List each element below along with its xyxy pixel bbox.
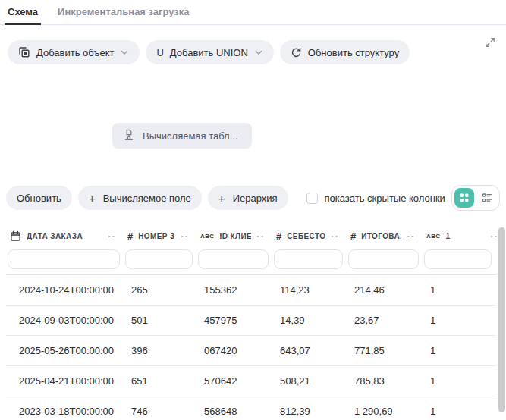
table-cell: 2025-05-26T00:00:00 [6, 336, 124, 365]
column-menu-icon[interactable]: ·· [181, 231, 192, 241]
plus-icon: + [218, 192, 225, 205]
filter-cell [272, 247, 347, 271]
column-filter-input-6[interactable] [424, 249, 492, 269]
table-cell: 457975 [196, 306, 272, 335]
table-cell: 643,07 [272, 336, 347, 365]
table-cell: 785,83 [347, 366, 423, 396]
column-filter-input-2[interactable] [125, 249, 193, 269]
column-filter-input-5[interactable] [348, 249, 419, 269]
filter-cell [347, 247, 423, 271]
add-calculated-field-button[interactable]: + Вычисляемое поле [78, 186, 202, 210]
vertical-scrollbar[interactable] [498, 227, 505, 412]
union-icon: U [156, 47, 163, 58]
chevron-down-icon [120, 48, 129, 57]
table-cell: 114,23 [272, 275, 347, 305]
table-cell: 14,39 [272, 306, 347, 335]
add-calculated-field-label: Вычисляемое поле [103, 193, 191, 204]
table-cell: 1 290,69 [347, 396, 423, 420]
number-type-icon: # [350, 230, 356, 242]
filter-cell [423, 247, 495, 271]
column-menu-icon[interactable]: ·· [108, 231, 119, 241]
table-cell: 568648 [196, 396, 272, 420]
table-cell: 1 [423, 275, 495, 305]
table-cell: 1 [423, 306, 495, 335]
table-cell: 2023-03-18T00:00:00 [6, 396, 124, 420]
table-cell: 1 [423, 396, 495, 420]
plus-icon: + [89, 192, 96, 205]
table-cell: 23,67 [347, 306, 423, 335]
table-filter-row [6, 247, 495, 275]
table-row: 2025-04-21T00:00:00651570642508,21785,83… [6, 366, 495, 396]
add-hierarchy-label: Иерархия [233, 193, 278, 204]
table-cell: 265 [124, 275, 196, 305]
column-label: СЕБЕСТО... [287, 232, 325, 240]
column-header-3[interactable]: ABCID КЛИЕНТА·· [196, 226, 272, 246]
grid-view-button[interactable] [454, 188, 474, 208]
column-label: 1 [446, 232, 451, 240]
preview-toolbar: Обновить + Вычисляемое поле + Иерархия п… [0, 186, 506, 210]
schema-toolbar: Добавить объект U Добавить UNION Обновит… [0, 40, 506, 64]
table-header-row: ДАТА ЗАКАЗА··#НОМЕР ЗА...··ABCID КЛИЕНТА… [6, 226, 506, 246]
table-cell: 771,85 [347, 336, 423, 365]
table-cell: 396 [124, 336, 196, 365]
filter-cell [196, 247, 272, 271]
table-cell: 2025-04-21T00:00:00 [6, 366, 124, 396]
add-object-icon [18, 46, 30, 58]
column-label: ИТОГОВА... [361, 232, 401, 240]
column-menu-icon[interactable]: ·· [256, 231, 268, 241]
column-header-1[interactable]: ДАТА ЗАКАЗА·· [6, 226, 124, 246]
column-label: НОМЕР ЗА... [138, 232, 175, 240]
chevron-down-icon [254, 48, 263, 57]
schema-canvas: Вычисляемая табл... [0, 64, 506, 186]
tab-schema[interactable]: Схема [6, 0, 39, 24]
computed-table-node[interactable]: Вычисляемая табл... [112, 123, 252, 149]
column-filter-input-4[interactable] [274, 249, 343, 269]
data-preview-table: ДАТА ЗАКАЗА··#НОМЕР ЗА...··ABCID КЛИЕНТА… [0, 226, 506, 420]
table-row: 2024-10-24T00:00:00265155362114,23214,46… [6, 275, 495, 306]
add-union-button[interactable]: U Добавить UNION [146, 40, 273, 64]
table-cell: 651 [124, 366, 196, 396]
column-label: ID КЛИЕНТА [220, 232, 252, 240]
column-menu-icon[interactable]: ·· [407, 231, 418, 241]
refresh-structure-label: Обновить структуру [308, 47, 399, 58]
computed-table-label: Вычисляемая табл... [143, 130, 238, 142]
add-object-button[interactable]: Добавить объект [8, 40, 140, 64]
table-cell: 2024-09-03T00:00:00 [6, 306, 124, 335]
column-filter-input-1[interactable] [8, 249, 120, 269]
calendar-icon [10, 230, 21, 242]
expand-icon [485, 37, 495, 48]
list-view-button[interactable] [477, 188, 497, 208]
refresh-preview-button[interactable]: Обновить [6, 186, 72, 210]
table-cell: 501 [124, 306, 196, 335]
show-hidden-columns-checkbox-wrap[interactable]: показать скрытые колонки [306, 193, 445, 204]
table-cell: 508,21 [272, 366, 347, 396]
add-object-label: Добавить объект [36, 47, 114, 58]
show-hidden-columns-label: показать скрытые колонки [325, 193, 445, 204]
column-header-4[interactable]: #СЕБЕСТО...·· [272, 226, 347, 246]
tab-bar: Схема Инкрементальная загрузка [0, 0, 506, 25]
column-header-5[interactable]: #ИТОГОВА...·· [347, 226, 423, 246]
table-cell: 067420 [196, 336, 272, 365]
fullscreen-expand-button[interactable] [483, 36, 497, 52]
table-cell: 214,46 [347, 275, 423, 305]
number-type-icon: # [127, 230, 133, 242]
table-cell: 2024-10-24T00:00:00 [6, 275, 124, 305]
table-row: 2024-09-03T00:00:0050145797514,3923,671 [6, 306, 495, 336]
table-cell: 1 [423, 366, 495, 396]
column-header-2[interactable]: #НОМЕР ЗА...·· [124, 226, 196, 246]
column-label: ДАТА ЗАКАЗА [27, 232, 83, 240]
filter-cell [124, 247, 196, 271]
table-row: 2023-03-18T00:00:00746568648812,391 290,… [6, 396, 495, 420]
string-type-icon: ABC [426, 233, 441, 240]
table-cell: 1 [423, 336, 495, 365]
computed-table-icon [123, 129, 135, 143]
tab-incremental-load[interactable]: Инкрементальная загрузка [56, 0, 191, 24]
filter-cell [6, 247, 124, 271]
column-menu-icon[interactable]: ·· [331, 231, 342, 241]
add-hierarchy-button[interactable]: + Иерархия [208, 186, 288, 210]
refresh-structure-button[interactable]: Обновить структуру [280, 40, 410, 64]
table-body: 2024-10-24T00:00:00265155362114,23214,46… [6, 275, 506, 420]
column-filter-input-3[interactable] [198, 249, 269, 269]
column-header-6[interactable]: ABC1·· [423, 226, 506, 246]
show-hidden-columns-checkbox[interactable] [306, 193, 318, 204]
